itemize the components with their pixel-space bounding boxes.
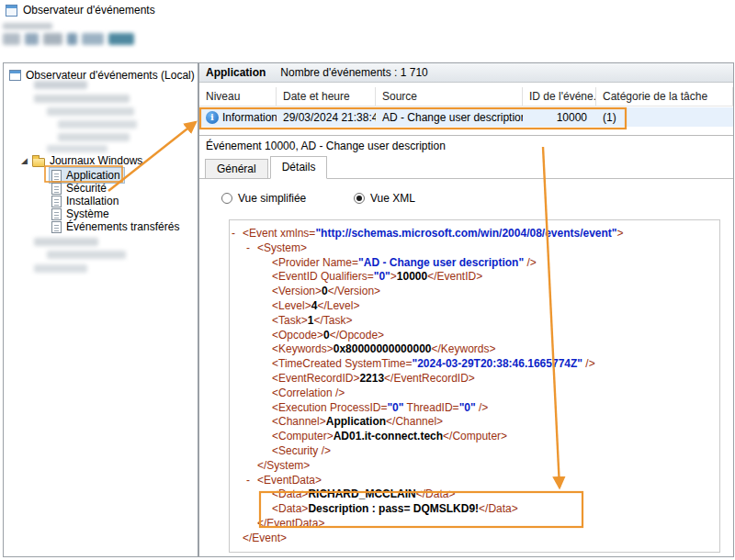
- tree-node-label: Journaux Windows: [50, 154, 142, 167]
- event-category-cell: (1): [596, 111, 733, 124]
- xml-line: <Computer>AD01.it-connect.tech</Computer…: [230, 430, 719, 444]
- xml-line: </System>: [230, 459, 719, 474]
- window-title: Observateur d'événements: [23, 4, 155, 17]
- xml-line: <EventRecordID>2213</EventRecordID>: [230, 372, 719, 386]
- tab-general[interactable]: Général: [205, 159, 268, 179]
- console-tree-panel: Observateur d'événements (Local) ◢ Journ…: [3, 62, 198, 557]
- toolbar-blurred: [3, 33, 134, 45]
- radio-label-xml: Vue XML: [370, 192, 415, 205]
- tree-blurred-item: [34, 81, 87, 89]
- log-name-title: Application: [206, 66, 266, 79]
- radio-simplified-view[interactable]: Vue simplifiée: [221, 192, 306, 205]
- xml-view: -<Event xmlns="http://schemas.microsoft.…: [229, 219, 720, 553]
- tree-blurred-item: [34, 238, 98, 246]
- tree-node-label: Installation: [66, 195, 119, 207]
- tree-node-label: Événements transférés: [66, 220, 179, 233]
- column-header-date[interactable]: Date et heure: [277, 87, 376, 106]
- event-id-cell: 10000: [523, 111, 596, 124]
- tree-blurred-item: [34, 264, 87, 273]
- column-header-niveau[interactable]: Niveau: [199, 87, 277, 106]
- column-header-category[interactable]: Catégorie de la tâche: [596, 87, 733, 106]
- log-icon: [51, 196, 62, 207]
- log-icon: [51, 221, 62, 233]
- events-pane-header: Application Nombre d'événements : 1 710: [199, 63, 733, 83]
- tree-blurred-item: [47, 145, 107, 152]
- xml-line: -<Event xmlns="http://schemas.microsoft.…: [230, 227, 719, 241]
- information-icon: [206, 111, 219, 124]
- radio-xml-view[interactable]: Vue XML: [354, 192, 415, 205]
- events-table-header: Niveau Date et heure Source ID de l'évén…: [199, 87, 733, 106]
- tree-node-label: Système: [66, 207, 109, 220]
- menubar-blurred: [3, 23, 52, 29]
- tree-root-label: Observateur d'événements (Local): [26, 69, 195, 82]
- log-icon: [51, 208, 62, 220]
- event-viewer-window: Observateur d'événements Observateur d'é…: [0, 0, 735, 560]
- tree-node-label: Application: [66, 169, 120, 182]
- expander-icon[interactable]: ◢: [21, 156, 28, 165]
- events-pane: Application Nombre d'événements : 1 710 …: [198, 62, 734, 557]
- xml-line: <Keywords>0x80000000000000</Keywords>: [230, 342, 719, 357]
- xml-line: <Execution ProcessID="0" ThreadID="0" />: [230, 401, 719, 416]
- event-viewer-app-icon: [6, 5, 17, 17]
- tree-blurred-item: [47, 107, 134, 116]
- xml-line: <Data>RICHARD_MCCLAIN</Data>: [230, 487, 719, 502]
- radio-label-simplified: Vue simplifiée: [238, 192, 306, 205]
- event-row[interactable]: Information 29/03/2024 21:38:46 AD - Cha…: [199, 107, 733, 127]
- event-source-cell: AD - Change user description: [376, 111, 523, 124]
- xml-line: <Provider Name="AD - Change user descrip…: [230, 256, 719, 271]
- console-root-icon: [9, 70, 21, 81]
- details-tabs: Général Détails: [199, 155, 733, 179]
- xml-line: -<System>: [230, 241, 719, 256]
- xml-line: <Security />: [230, 444, 719, 459]
- events-count: Nombre d'événements : 1 710: [280, 66, 427, 79]
- details-tab-content: Vue simplifiée Vue XML -<Event xmlns="ht…: [199, 179, 733, 556]
- xml-line: <Level>4</Level>: [230, 299, 719, 314]
- xml-line: </EventData>: [230, 517, 719, 532]
- tree-blurred-item: [47, 251, 126, 259]
- column-header-event-id[interactable]: ID de l'événe...: [523, 87, 596, 106]
- xml-line: <EventID Qualifiers="0">10000</EventID>: [230, 270, 719, 285]
- tree-node-evenements-transferes[interactable]: Événements transférés: [50, 219, 183, 234]
- xml-line: <Correlation />: [230, 386, 719, 401]
- tree-node-journaux-windows[interactable]: ◢ Journaux Windows: [21, 153, 142, 168]
- xml-line: <Task>1</Task>: [230, 314, 719, 329]
- event-date-cell: 29/03/2024 21:38:46: [277, 111, 376, 124]
- xml-line: <Opcode>0</Opcode>: [230, 329, 719, 343]
- radio-circle-xml[interactable]: [354, 193, 365, 204]
- tree-blurred-item: [58, 120, 137, 129]
- xml-line: <Version>0</Version>: [230, 285, 719, 299]
- column-header-source[interactable]: Source: [376, 87, 523, 106]
- folder-icon: [32, 158, 45, 167]
- xml-line: <Channel>Application</Channel>: [230, 415, 719, 430]
- log-icon: [51, 183, 62, 195]
- event-level-cell: Information: [199, 111, 277, 124]
- event-preview-title: Événement 10000, AD - Change user descri…: [199, 135, 733, 156]
- xml-line: <TimeCreated SystemTime="2024-03-29T20:3…: [230, 357, 719, 372]
- tree-node-label: Sécurité: [66, 182, 107, 195]
- log-icon: [51, 170, 62, 182]
- tree-blurred-item: [34, 95, 130, 103]
- tree-blurred-item: [58, 133, 130, 141]
- xml-line: <Data>Description : pass= DQMSLKD9!</Dat…: [230, 502, 719, 517]
- radio-circle-simplified[interactable]: [221, 193, 232, 204]
- tab-details[interactable]: Détails: [270, 156, 328, 179]
- xml-line: -<EventData>: [230, 474, 719, 488]
- window-titlebar: Observateur d'événements: [0, 0, 735, 20]
- xml-line: </Event>: [230, 532, 719, 546]
